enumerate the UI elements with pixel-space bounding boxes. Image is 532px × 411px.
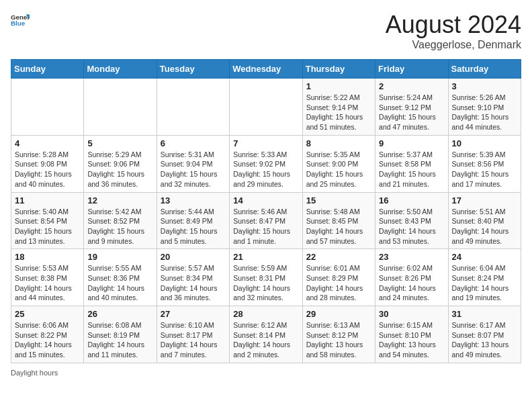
calendar-cell: 8Sunrise: 5:35 AMSunset: 9:00 PMDaylight… bbox=[302, 135, 375, 192]
calendar-dow-wednesday: Wednesday bbox=[230, 60, 302, 79]
day-number: 6 bbox=[161, 138, 226, 148]
calendar-cell: 26Sunrise: 6:08 AMSunset: 8:19 PMDayligh… bbox=[84, 306, 157, 363]
day-number: 29 bbox=[306, 309, 371, 319]
calendar-cell: 31Sunrise: 6:17 AMSunset: 8:07 PMDayligh… bbox=[448, 306, 521, 363]
calendar-table: SundayMondayTuesdayWednesdayThursdayFrid… bbox=[11, 59, 521, 363]
calendar-week-2: 4Sunrise: 5:28 AMSunset: 9:08 PMDaylight… bbox=[11, 135, 521, 192]
day-number: 3 bbox=[452, 81, 517, 91]
day-number: 19 bbox=[87, 252, 152, 262]
calendar-cell: 2Sunrise: 5:24 AMSunset: 9:12 PMDaylight… bbox=[375, 79, 448, 136]
calendar-dow-tuesday: Tuesday bbox=[157, 60, 229, 79]
calendar-cell: 13Sunrise: 5:44 AMSunset: 8:49 PMDayligh… bbox=[157, 192, 229, 249]
calendar-cell: 18Sunrise: 5:53 AMSunset: 8:38 PMDayligh… bbox=[11, 249, 84, 306]
day-info: Sunrise: 5:22 AMSunset: 9:14 PMDaylight:… bbox=[306, 93, 371, 132]
calendar-cell: 14Sunrise: 5:46 AMSunset: 8:47 PMDayligh… bbox=[230, 192, 302, 249]
calendar-cell: 23Sunrise: 6:02 AMSunset: 8:26 PMDayligh… bbox=[375, 249, 448, 306]
day-number: 17 bbox=[452, 195, 517, 205]
day-number: 1 bbox=[306, 81, 371, 91]
day-info: Sunrise: 5:55 AMSunset: 8:36 PMDaylight:… bbox=[87, 263, 152, 303]
day-info: Sunrise: 6:13 AMSunset: 8:12 PMDaylight:… bbox=[306, 320, 371, 360]
day-number: 4 bbox=[15, 138, 80, 148]
logo: General Blue bbox=[11, 11, 30, 30]
calendar-dow-thursday: Thursday bbox=[302, 60, 375, 79]
day-info: Sunrise: 5:48 AMSunset: 8:45 PMDaylight:… bbox=[306, 207, 371, 246]
day-info: Sunrise: 6:01 AMSunset: 8:29 PMDaylight:… bbox=[306, 263, 371, 303]
calendar-week-3: 11Sunrise: 5:40 AMSunset: 8:54 PMDayligh… bbox=[11, 192, 521, 249]
day-info: Sunrise: 5:24 AMSunset: 9:12 PMDaylight:… bbox=[379, 93, 444, 132]
calendar-dow-saturday: Saturday bbox=[448, 60, 521, 79]
day-number: 12 bbox=[87, 195, 152, 205]
calendar-cell: 4Sunrise: 5:28 AMSunset: 9:08 PMDaylight… bbox=[11, 135, 84, 192]
calendar-cell: 5Sunrise: 5:29 AMSunset: 9:06 PMDaylight… bbox=[84, 135, 157, 192]
day-number: 9 bbox=[379, 138, 444, 148]
calendar-cell: 30Sunrise: 6:15 AMSunset: 8:10 PMDayligh… bbox=[375, 306, 448, 363]
calendar-cell bbox=[157, 79, 229, 136]
main-title: August 2024 bbox=[386, 11, 521, 39]
calendar-cell: 11Sunrise: 5:40 AMSunset: 8:54 PMDayligh… bbox=[11, 192, 84, 249]
day-number: 10 bbox=[452, 138, 517, 148]
day-info: Sunrise: 6:10 AMSunset: 8:17 PMDaylight:… bbox=[161, 320, 226, 360]
calendar-dow-sunday: Sunday bbox=[11, 60, 84, 79]
day-number: 28 bbox=[233, 309, 298, 319]
calendar-cell bbox=[84, 79, 157, 136]
calendar-cell: 28Sunrise: 6:12 AMSunset: 8:14 PMDayligh… bbox=[230, 306, 302, 363]
day-number: 5 bbox=[87, 138, 152, 148]
calendar-dow-friday: Friday bbox=[375, 60, 448, 79]
calendar-cell: 10Sunrise: 5:39 AMSunset: 8:56 PMDayligh… bbox=[448, 135, 521, 192]
day-number: 31 bbox=[452, 309, 517, 319]
calendar-cell: 24Sunrise: 6:04 AMSunset: 8:24 PMDayligh… bbox=[448, 249, 521, 306]
day-info: Sunrise: 6:15 AMSunset: 8:10 PMDaylight:… bbox=[379, 320, 444, 360]
calendar-cell: 1Sunrise: 5:22 AMSunset: 9:14 PMDaylight… bbox=[302, 79, 375, 136]
day-number: 8 bbox=[306, 138, 371, 148]
day-number: 27 bbox=[161, 309, 226, 319]
day-number: 24 bbox=[452, 252, 517, 262]
calendar-cell: 7Sunrise: 5:33 AMSunset: 9:02 PMDaylight… bbox=[230, 135, 302, 192]
day-number: 15 bbox=[306, 195, 371, 205]
daylight-label: Daylight hours bbox=[11, 369, 58, 377]
page-header: General Blue August 2024 Vaeggerlose, De… bbox=[11, 11, 521, 51]
calendar-cell: 22Sunrise: 6:01 AMSunset: 8:29 PMDayligh… bbox=[302, 249, 375, 306]
day-info: Sunrise: 5:26 AMSunset: 9:10 PMDaylight:… bbox=[452, 93, 517, 132]
calendar-cell: 17Sunrise: 5:51 AMSunset: 8:40 PMDayligh… bbox=[448, 192, 521, 249]
calendar-week-1: 1Sunrise: 5:22 AMSunset: 9:14 PMDaylight… bbox=[11, 79, 521, 136]
day-info: Sunrise: 5:28 AMSunset: 9:08 PMDaylight:… bbox=[15, 150, 80, 189]
svg-text:Blue: Blue bbox=[11, 19, 26, 27]
title-block: August 2024 Vaeggerlose, Denmark bbox=[386, 11, 521, 51]
day-info: Sunrise: 6:17 AMSunset: 8:07 PMDaylight:… bbox=[452, 320, 517, 360]
day-number: 18 bbox=[15, 252, 80, 262]
logo-icon: General Blue bbox=[11, 11, 30, 30]
day-number: 20 bbox=[161, 252, 226, 262]
calendar-cell: 3Sunrise: 5:26 AMSunset: 9:10 PMDaylight… bbox=[448, 79, 521, 136]
footer: Daylight hours bbox=[11, 369, 521, 377]
day-info: Sunrise: 5:29 AMSunset: 9:06 PMDaylight:… bbox=[87, 150, 152, 189]
calendar-week-4: 18Sunrise: 5:53 AMSunset: 8:38 PMDayligh… bbox=[11, 249, 521, 306]
day-info: Sunrise: 5:39 AMSunset: 8:56 PMDaylight:… bbox=[452, 150, 517, 189]
day-info: Sunrise: 6:08 AMSunset: 8:19 PMDaylight:… bbox=[87, 320, 152, 360]
day-info: Sunrise: 6:12 AMSunset: 8:14 PMDaylight:… bbox=[233, 320, 298, 360]
day-number: 13 bbox=[161, 195, 226, 205]
day-info: Sunrise: 6:04 AMSunset: 8:24 PMDaylight:… bbox=[452, 263, 517, 303]
calendar-cell: 9Sunrise: 5:37 AMSunset: 8:58 PMDaylight… bbox=[375, 135, 448, 192]
day-info: Sunrise: 5:50 AMSunset: 8:43 PMDaylight:… bbox=[379, 207, 444, 246]
day-info: Sunrise: 5:37 AMSunset: 8:58 PMDaylight:… bbox=[379, 150, 444, 189]
day-number: 25 bbox=[15, 309, 80, 319]
day-number: 14 bbox=[233, 195, 298, 205]
day-info: Sunrise: 5:40 AMSunset: 8:54 PMDaylight:… bbox=[15, 207, 80, 246]
calendar-week-5: 25Sunrise: 6:06 AMSunset: 8:22 PMDayligh… bbox=[11, 306, 521, 363]
day-info: Sunrise: 5:42 AMSunset: 8:52 PMDaylight:… bbox=[87, 207, 152, 246]
day-info: Sunrise: 6:06 AMSunset: 8:22 PMDaylight:… bbox=[15, 320, 80, 360]
day-number: 30 bbox=[379, 309, 444, 319]
day-info: Sunrise: 5:46 AMSunset: 8:47 PMDaylight:… bbox=[233, 207, 298, 246]
day-number: 7 bbox=[233, 138, 298, 148]
day-number: 26 bbox=[87, 309, 152, 319]
calendar-cell: 21Sunrise: 5:59 AMSunset: 8:31 PMDayligh… bbox=[230, 249, 302, 306]
day-number: 16 bbox=[379, 195, 444, 205]
day-info: Sunrise: 5:31 AMSunset: 9:04 PMDaylight:… bbox=[161, 150, 226, 189]
day-number: 2 bbox=[379, 81, 444, 91]
calendar-cell bbox=[11, 79, 84, 136]
day-number: 11 bbox=[15, 195, 80, 205]
subtitle: Vaeggerlose, Denmark bbox=[386, 39, 521, 51]
day-number: 22 bbox=[306, 252, 371, 262]
calendar-cell: 20Sunrise: 5:57 AMSunset: 8:34 PMDayligh… bbox=[157, 249, 229, 306]
calendar-cell bbox=[230, 79, 302, 136]
